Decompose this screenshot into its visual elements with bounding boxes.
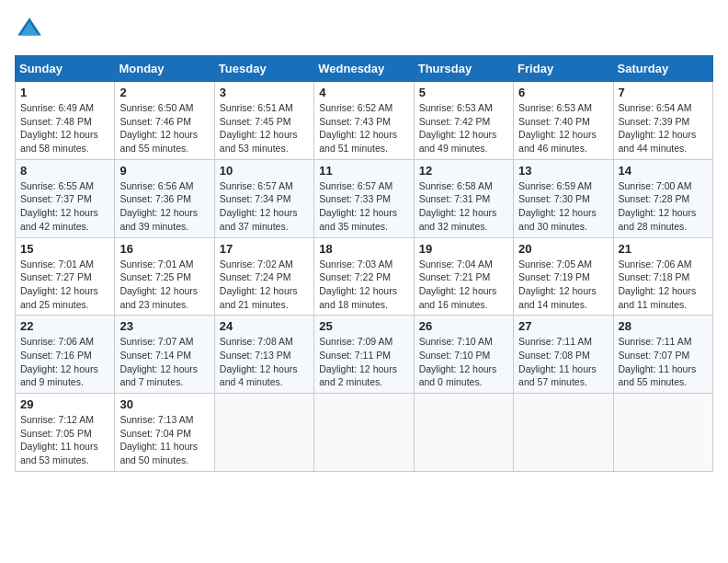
day-number: 11 [319, 164, 408, 178]
calendar-header-row: SundayMondayTuesdayWednesdayThursdayFrid… [16, 56, 713, 82]
calendar-cell: 25Sunrise: 7:09 AM Sunset: 7:11 PM Dayli… [314, 316, 414, 394]
day-detail: Sunrise: 6:57 AM Sunset: 7:33 PM Dayligh… [319, 179, 408, 234]
day-detail: Sunrise: 6:55 AM Sunset: 7:37 PM Dayligh… [20, 179, 109, 234]
day-number: 17 [220, 242, 309, 256]
day-detail: Sunrise: 7:01 AM Sunset: 7:27 PM Dayligh… [20, 258, 109, 312]
calendar: SundayMondayTuesdayWednesdayThursdayFrid… [15, 55, 713, 472]
day-detail: Sunrise: 7:10 AM Sunset: 7:10 PM Dayligh… [419, 335, 508, 389]
day-detail: Sunrise: 6:53 AM Sunset: 7:40 PM Dayligh… [518, 101, 608, 155]
day-number: 6 [518, 86, 608, 99]
day-number: 29 [20, 397, 109, 411]
day-detail: Sunrise: 7:03 AM Sunset: 7:22 PM Dayligh… [319, 258, 408, 312]
day-number: 22 [20, 319, 109, 333]
day-number: 21 [619, 242, 708, 256]
column-header-saturday: Saturday [613, 56, 712, 82]
day-number: 16 [119, 242, 209, 256]
calendar-cell: 23Sunrise: 7:07 AM Sunset: 7:14 PM Dayli… [115, 316, 214, 394]
day-number: 4 [319, 86, 408, 99]
calendar-cell: 15Sunrise: 7:01 AM Sunset: 7:27 PM Dayli… [16, 237, 115, 316]
day-detail: Sunrise: 6:51 AM Sunset: 7:45 PM Dayligh… [220, 101, 309, 155]
calendar-cell [613, 394, 712, 472]
day-detail: Sunrise: 7:01 AM Sunset: 7:25 PM Dayligh… [119, 258, 209, 312]
day-number: 3 [220, 86, 309, 99]
day-detail: Sunrise: 7:11 AM Sunset: 7:07 PM Dayligh… [619, 335, 708, 389]
day-number: 10 [220, 164, 309, 178]
calendar-cell: 14Sunrise: 7:00 AM Sunset: 7:28 PM Dayli… [613, 159, 712, 237]
day-detail: Sunrise: 6:50 AM Sunset: 7:46 PM Dayligh… [119, 101, 209, 155]
calendar-week-row: 1Sunrise: 6:49 AM Sunset: 7:48 PM Daylig… [16, 82, 713, 160]
day-number: 27 [518, 319, 608, 333]
column-header-tuesday: Tuesday [214, 56, 313, 82]
calendar-cell [314, 394, 414, 472]
day-detail: Sunrise: 7:11 AM Sunset: 7:08 PM Dayligh… [518, 335, 608, 389]
calendar-cell: 13Sunrise: 6:59 AM Sunset: 7:30 PM Dayli… [514, 159, 613, 237]
day-detail: Sunrise: 7:07 AM Sunset: 7:14 PM Dayligh… [119, 335, 209, 389]
calendar-cell: 19Sunrise: 7:04 AM Sunset: 7:21 PM Dayli… [414, 237, 513, 316]
day-number: 5 [419, 86, 508, 99]
day-detail: Sunrise: 6:53 AM Sunset: 7:42 PM Dayligh… [419, 101, 508, 155]
calendar-cell: 20Sunrise: 7:05 AM Sunset: 7:19 PM Dayli… [514, 237, 613, 316]
logo-icon [15, 15, 44, 44]
day-number: 18 [319, 242, 408, 256]
calendar-cell: 7Sunrise: 6:54 AM Sunset: 7:39 PM Daylig… [613, 82, 712, 160]
day-detail: Sunrise: 6:56 AM Sunset: 7:36 PM Dayligh… [119, 179, 209, 234]
calendar-cell: 3Sunrise: 6:51 AM Sunset: 7:45 PM Daylig… [214, 82, 313, 160]
day-number: 9 [119, 164, 209, 178]
logo [15, 15, 48, 44]
day-detail: Sunrise: 6:52 AM Sunset: 7:43 PM Dayligh… [319, 101, 408, 155]
day-detail: Sunrise: 7:12 AM Sunset: 7:05 PM Dayligh… [20, 413, 109, 467]
calendar-cell: 5Sunrise: 6:53 AM Sunset: 7:42 PM Daylig… [414, 82, 513, 160]
calendar-week-row: 29Sunrise: 7:12 AM Sunset: 7:05 PM Dayli… [16, 394, 713, 472]
day-detail: Sunrise: 6:54 AM Sunset: 7:39 PM Dayligh… [619, 101, 708, 155]
calendar-week-row: 22Sunrise: 7:06 AM Sunset: 7:16 PM Dayli… [16, 316, 713, 394]
calendar-cell [214, 394, 313, 472]
day-number: 13 [518, 164, 608, 178]
day-number: 23 [119, 319, 209, 333]
calendar-cell: 30Sunrise: 7:13 AM Sunset: 7:04 PM Dayli… [115, 394, 214, 472]
calendar-cell: 16Sunrise: 7:01 AM Sunset: 7:25 PM Dayli… [115, 237, 214, 316]
day-detail: Sunrise: 7:08 AM Sunset: 7:13 PM Dayligh… [220, 335, 309, 389]
day-detail: Sunrise: 7:02 AM Sunset: 7:24 PM Dayligh… [220, 258, 309, 312]
day-number: 14 [619, 164, 708, 178]
calendar-cell: 8Sunrise: 6:55 AM Sunset: 7:37 PM Daylig… [16, 159, 115, 237]
column-header-sunday: Sunday [16, 56, 115, 82]
calendar-cell: 10Sunrise: 6:57 AM Sunset: 7:34 PM Dayli… [214, 159, 313, 237]
calendar-cell: 29Sunrise: 7:12 AM Sunset: 7:05 PM Dayli… [16, 394, 115, 472]
day-detail: Sunrise: 6:49 AM Sunset: 7:48 PM Dayligh… [20, 101, 109, 155]
day-number: 8 [20, 164, 109, 178]
column-header-friday: Friday [514, 56, 613, 82]
day-number: 7 [619, 86, 708, 99]
day-detail: Sunrise: 7:06 AM Sunset: 7:18 PM Dayligh… [619, 258, 708, 312]
calendar-cell: 1Sunrise: 6:49 AM Sunset: 7:48 PM Daylig… [16, 82, 115, 160]
day-detail: Sunrise: 7:06 AM Sunset: 7:16 PM Dayligh… [20, 335, 109, 389]
calendar-cell: 4Sunrise: 6:52 AM Sunset: 7:43 PM Daylig… [314, 82, 414, 160]
day-detail: Sunrise: 7:04 AM Sunset: 7:21 PM Dayligh… [419, 258, 508, 312]
day-number: 26 [419, 319, 508, 333]
calendar-cell: 22Sunrise: 7:06 AM Sunset: 7:16 PM Dayli… [16, 316, 115, 394]
day-number: 2 [119, 86, 209, 99]
calendar-cell: 6Sunrise: 6:53 AM Sunset: 7:40 PM Daylig… [514, 82, 613, 160]
calendar-cell: 26Sunrise: 7:10 AM Sunset: 7:10 PM Dayli… [414, 316, 513, 394]
day-number: 25 [319, 319, 408, 333]
calendar-cell: 24Sunrise: 7:08 AM Sunset: 7:13 PM Dayli… [214, 316, 313, 394]
calendar-cell: 9Sunrise: 6:56 AM Sunset: 7:36 PM Daylig… [115, 159, 214, 237]
column-header-thursday: Thursday [414, 56, 513, 82]
calendar-cell: 21Sunrise: 7:06 AM Sunset: 7:18 PM Dayli… [613, 237, 712, 316]
day-detail: Sunrise: 6:58 AM Sunset: 7:31 PM Dayligh… [419, 179, 508, 234]
day-detail: Sunrise: 7:05 AM Sunset: 7:19 PM Dayligh… [518, 258, 608, 312]
calendar-cell: 17Sunrise: 7:02 AM Sunset: 7:24 PM Dayli… [214, 237, 313, 316]
column-header-wednesday: Wednesday [314, 56, 414, 82]
day-detail: Sunrise: 7:09 AM Sunset: 7:11 PM Dayligh… [319, 335, 408, 389]
day-number: 28 [619, 319, 708, 333]
calendar-week-row: 8Sunrise: 6:55 AM Sunset: 7:37 PM Daylig… [16, 159, 713, 237]
day-number: 20 [518, 242, 608, 256]
day-number: 30 [119, 397, 209, 411]
header [15, 15, 713, 44]
day-detail: Sunrise: 6:57 AM Sunset: 7:34 PM Dayligh… [220, 179, 309, 234]
calendar-cell: 27Sunrise: 7:11 AM Sunset: 7:08 PM Dayli… [514, 316, 613, 394]
day-number: 1 [20, 86, 109, 99]
calendar-cell: 18Sunrise: 7:03 AM Sunset: 7:22 PM Dayli… [314, 237, 414, 316]
day-number: 19 [419, 242, 508, 256]
day-detail: Sunrise: 6:59 AM Sunset: 7:30 PM Dayligh… [518, 179, 608, 234]
calendar-cell: 11Sunrise: 6:57 AM Sunset: 7:33 PM Dayli… [314, 159, 414, 237]
